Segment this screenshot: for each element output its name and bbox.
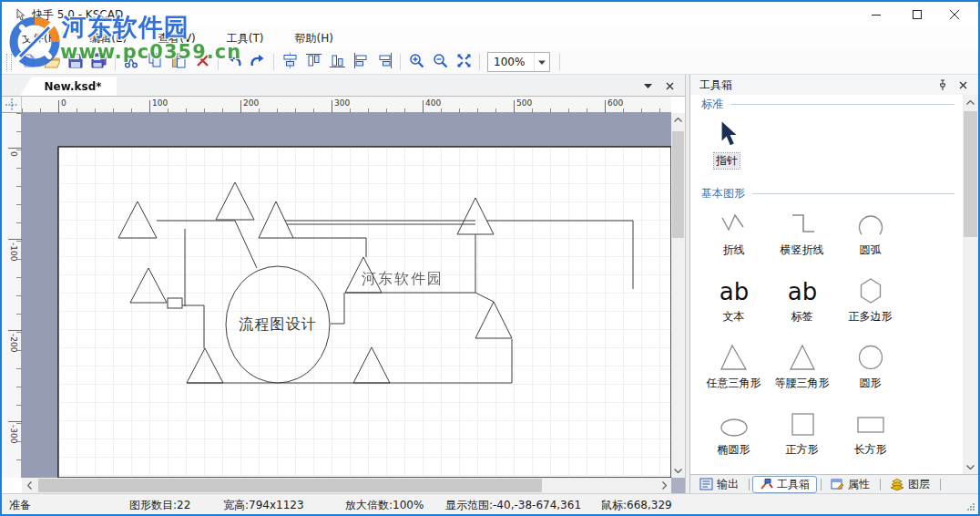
panel-tab-layers[interactable]: 图层	[883, 476, 936, 493]
panel-tab-output[interactable]: 输出	[693, 476, 745, 493]
horizontal-scroll-thumb[interactable]	[38, 479, 542, 492]
toolbox-scrollbar[interactable]	[963, 95, 978, 474]
copy-button[interactable]	[143, 51, 167, 73]
scroll-down-arrow-icon[interactable]	[671, 464, 685, 478]
toolbox-section-title: 标准	[701, 97, 723, 112]
panel-tab-bar: 输出工具箱属性图层	[690, 474, 978, 493]
redo-button[interactable]	[246, 51, 270, 73]
align-left-button[interactable]	[349, 51, 373, 73]
pin-icon[interactable]	[934, 77, 951, 92]
zoom-level-value: 100%	[488, 56, 534, 68]
drawing-canvas[interactable]: 流程图设计 河东软件园	[22, 113, 671, 478]
canvas-watermark-text: 河东软件园	[362, 270, 444, 289]
chevron-down-icon[interactable]	[534, 53, 549, 71]
svg-text:ab: ab	[719, 278, 748, 305]
toolbox-item-text[interactable]: ab文本	[699, 271, 768, 325]
zoom-in-button[interactable]	[404, 51, 428, 73]
document-area: New.ksd* 0100200300400500600 0-100-200-3…	[2, 75, 685, 493]
toolbox-item-label[interactable]: ab标签	[768, 271, 836, 325]
toolbox-scroll-down-icon[interactable]	[963, 459, 978, 474]
document-tab[interactable]: New.ksd*	[20, 77, 117, 96]
isoceles-triangle-icon	[768, 337, 836, 374]
toolbox-item-square[interactable]: 正方形	[768, 404, 836, 458]
redo-icon	[250, 54, 266, 71]
svg-text:0: 0	[9, 151, 18, 157]
menu-item-view[interactable]: 查看(V)	[148, 28, 205, 49]
toolbox-item-arc[interactable]: 圆弧	[836, 204, 904, 258]
scroll-left-arrow-icon[interactable]	[22, 478, 36, 493]
scrollbar-corner	[671, 478, 685, 493]
horizontal-scrollbar[interactable]	[22, 478, 671, 493]
undo-button[interactable]	[222, 51, 246, 73]
svg-text:200: 200	[243, 98, 259, 108]
scroll-up-arrow-icon[interactable]	[671, 113, 685, 127]
toolbar-grip[interactable]	[6, 54, 12, 70]
zoom-out-button[interactable]	[428, 51, 452, 73]
status-item-4: 显示范围:-40,-38-674,361	[445, 498, 581, 513]
window-title: 快手 5.0 - KSCAD	[32, 7, 123, 23]
delete-button[interactable]	[190, 51, 214, 73]
toolbox-item-hv-polyline[interactable]: 横竖折线	[768, 204, 836, 258]
toolbox-item-polygon[interactable]: 正多边形	[836, 271, 904, 325]
toolbox-scroll-up-icon[interactable]	[963, 95, 978, 109]
toolbox-item-isoceles-triangle[interactable]: 等腰三角形	[768, 337, 836, 391]
close-button[interactable]	[934, 2, 975, 27]
zoom-out-icon	[433, 53, 448, 71]
panel-tab-toolbox[interactable]: 工具箱	[752, 476, 817, 493]
menu-item-tools[interactable]: 工具(T)	[218, 28, 273, 49]
vertical-scrollbar[interactable]	[671, 113, 685, 478]
output-icon	[699, 478, 713, 490]
toolbar-separator	[479, 54, 480, 70]
toolbox-item-label: 长方形	[854, 442, 887, 458]
panel-tab-label: 属性	[848, 477, 870, 492]
toolbox-item-label: 折线	[723, 243, 745, 258]
align-center-button[interactable]	[278, 51, 301, 73]
panel-tab-label: 工具箱	[777, 477, 810, 492]
save-button[interactable]	[64, 51, 87, 73]
resize-grip[interactable]	[966, 502, 975, 511]
menu-item-help[interactable]: 帮助(H)	[286, 28, 342, 49]
svg-text:0: 0	[61, 98, 66, 108]
tab-list-dropdown-button[interactable]	[639, 78, 656, 93]
panel-tab-properties[interactable]: 属性	[824, 476, 876, 493]
status-item-5: 鼠标:668,329	[601, 498, 672, 513]
vertical-scroll-thumb[interactable]	[672, 131, 684, 238]
scroll-right-arrow-icon[interactable]	[657, 478, 671, 493]
minimize-button[interactable]	[855, 2, 896, 27]
toolbox-item-any-triangle[interactable]: 任意三角形	[699, 337, 768, 391]
workspace: New.ksd* 0100200300400500600 0-100-200-3…	[2, 75, 978, 493]
save-all-button[interactable]	[87, 51, 111, 73]
menu-item-edit[interactable]: 编辑(E)	[80, 28, 136, 49]
zoom-fit-button[interactable]	[452, 51, 475, 73]
toolbox-item-polyline[interactable]: 折线	[699, 204, 768, 258]
status-item-2: 宽高:794x1123	[223, 498, 304, 513]
status-item-3: 放大倍数:100%	[345, 498, 424, 513]
toolbox-item-circle[interactable]: 圆形	[836, 337, 904, 391]
toolbar-separator	[559, 54, 560, 70]
toolbox-icon	[760, 478, 773, 490]
svg-text:500: 500	[516, 98, 532, 108]
new-button[interactable]	[16, 51, 40, 73]
open-button[interactable]	[40, 51, 64, 73]
paste-button[interactable]	[167, 51, 190, 73]
maximize-button[interactable]	[896, 2, 937, 27]
toolbox-item-rectangle[interactable]: 长方形	[836, 404, 904, 458]
toolbox-item-ellipse[interactable]: 椭圆形	[699, 404, 768, 458]
tab-close-button[interactable]	[661, 78, 678, 93]
align-bottom-button[interactable]	[325, 51, 349, 73]
paste-icon	[171, 53, 186, 71]
align-top-button[interactable]	[301, 51, 325, 73]
circle-icon	[836, 337, 904, 374]
document-tab-bar: New.ksd*	[2, 75, 685, 97]
svg-text:ab: ab	[787, 278, 816, 305]
toolbox-item-pointer[interactable]: 指针	[698, 115, 756, 169]
zoom-in-icon	[409, 53, 424, 71]
panel-close-icon[interactable]	[954, 77, 971, 92]
zoom-level-combobox[interactable]: 100%	[487, 52, 550, 72]
vertical-ruler: 0-100-200-300	[2, 113, 22, 478]
toolbox-scroll-thumb[interactable]	[964, 111, 977, 237]
align-right-button[interactable]	[373, 51, 396, 73]
menu-item-file[interactable]: 文件(F)	[13, 28, 67, 49]
cut-button[interactable]	[119, 51, 143, 73]
toolbar-separator	[273, 54, 274, 70]
